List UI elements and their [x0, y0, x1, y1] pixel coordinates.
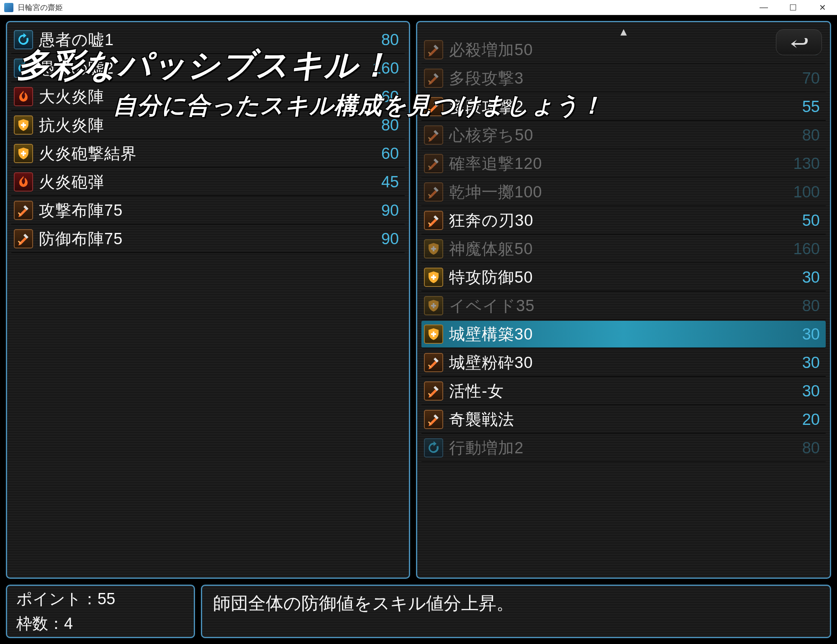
skill-name: 抗火炎陣 — [39, 115, 381, 136]
slots-row: 枠数：4 — [16, 613, 185, 634]
back-arrow-icon — [788, 34, 810, 51]
skill-row[interactable]: 多段攻撃255 — [421, 93, 826, 121]
skill-row[interactable]: 火炎砲撃結界60 — [11, 140, 405, 168]
skill-name: 神魔体躯50 — [449, 238, 793, 260]
skill-row[interactable]: 攻撃布陣7590 — [11, 197, 405, 225]
shield-icon — [14, 115, 33, 135]
sword-icon — [424, 353, 443, 372]
skill-name: 心核穿ち50 — [449, 125, 802, 146]
shield-icon — [424, 296, 443, 315]
cycle-icon — [14, 30, 33, 49]
skill-cost: 30 — [802, 382, 820, 400]
skill-cost: 20 — [802, 411, 820, 429]
shield-icon — [424, 325, 443, 344]
cycle-icon — [14, 59, 33, 78]
skill-row[interactable]: 狂奔の刃3050 — [421, 207, 826, 235]
skill-row[interactable]: 心核穿ち5080 — [421, 122, 826, 149]
skill-row[interactable]: 必殺増加5060 — [421, 36, 826, 64]
skill-name: 愚者の嘘1 — [39, 29, 381, 51]
skill-row[interactable]: 乾坤一擲100100 — [421, 179, 826, 206]
skill-row[interactable]: 愚者の嘘180 — [11, 26, 405, 54]
points-row: ポイント：55 — [16, 588, 185, 610]
skill-row[interactable]: 愚者の嘘2160 — [11, 55, 405, 82]
fire-icon — [14, 172, 33, 192]
skill-row[interactable]: 多段攻撃370 — [421, 65, 826, 92]
skill-row[interactable]: 活性-女30 — [421, 378, 826, 405]
skill-description: 師団全体の防御値をスキル値分上昇。 — [213, 592, 514, 615]
skill-cost: 160 — [793, 240, 820, 258]
skill-cost: 80 — [802, 297, 820, 315]
equipped-skills-panel: 愚者の嘘180愚者の嘘2160大火炎陣60抗火炎陣80火炎砲撃結界60火炎砲弾4… — [6, 21, 410, 579]
skill-name: 城壁構築30 — [449, 324, 802, 345]
skill-cost: 80 — [802, 126, 820, 144]
skill-cost: 60 — [381, 145, 399, 163]
skill-name: 奇襲戦法 — [449, 409, 802, 430]
sword-icon — [424, 182, 443, 202]
shield-icon — [424, 239, 443, 258]
slots-value: 4 — [64, 615, 73, 632]
app-icon — [4, 3, 13, 12]
skill-name: 必殺増加50 — [449, 39, 802, 61]
skill-cost: 160 — [372, 59, 399, 77]
skill-name: 乾坤一擲100 — [449, 181, 793, 203]
skill-row[interactable]: 抗火炎陣80 — [11, 112, 405, 139]
cycle-icon — [424, 438, 443, 457]
skill-name: 城壁粉砕30 — [449, 352, 802, 373]
skill-name: 狂奔の刃30 — [449, 210, 802, 231]
available-skills-list: 必殺増加5060多段攻撃370多段攻撃255心核穿ち5080確率追撃120130… — [421, 36, 826, 462]
skill-name: 確率追撃120 — [449, 153, 793, 174]
points-value: 55 — [98, 590, 115, 608]
skill-name: 特攻防御50 — [449, 267, 802, 288]
skill-cost: 30 — [802, 325, 820, 343]
skill-row[interactable]: 大火炎陣60 — [11, 83, 405, 111]
points-label: ポイント： — [16, 590, 98, 608]
status-panel: ポイント：55 枠数：4 — [6, 585, 195, 638]
fire-icon — [14, 87, 33, 106]
skill-cost: 80 — [381, 116, 399, 134]
skill-row[interactable]: 確率追撃120130 — [421, 150, 826, 178]
sword-icon — [424, 125, 443, 145]
skill-cost: 60 — [381, 88, 399, 106]
skill-cost: 80 — [802, 439, 820, 457]
skill-name: 火炎砲弾 — [39, 171, 381, 193]
sword-icon — [424, 97, 443, 116]
slots-label: 枠数： — [16, 615, 64, 632]
skill-row[interactable]: 防御布陣7590 — [11, 225, 405, 253]
sword-icon — [424, 40, 443, 59]
equipped-skills-list: 愚者の嘘180愚者の嘘2160大火炎陣60抗火炎陣80火炎砲撃結界60火炎砲弾4… — [11, 26, 405, 253]
skill-name: 活性-女 — [449, 381, 802, 402]
skill-cost: 50 — [802, 212, 820, 230]
back-button[interactable] — [776, 29, 822, 55]
sword-icon — [424, 154, 443, 173]
app-window: 日輪宮の齋姫 — ☐ ✕ 多彩なパッシブスキル！ 自分に合ったスキル構成を見つけ… — [0, 0, 837, 644]
skill-name: 火炎砲撃結界 — [39, 143, 381, 164]
sword-icon — [14, 201, 33, 220]
skill-name: 愚者の嘘2 — [39, 58, 372, 79]
skill-cost: 90 — [381, 202, 399, 220]
shield-icon — [424, 268, 443, 287]
skill-row[interactable]: 神魔体躯50160 — [421, 235, 826, 263]
skill-cost: 130 — [793, 155, 820, 173]
game-area: 多彩なパッシブスキル！ 自分に合ったスキル構成を見つけましょう！ 愚者の嘘180… — [0, 15, 837, 644]
sword-icon — [14, 229, 33, 248]
sword-icon — [424, 69, 443, 88]
skill-cost: 70 — [802, 69, 820, 87]
skill-cost: 55 — [802, 98, 820, 116]
skill-cost: 30 — [802, 268, 820, 286]
skill-row[interactable]: 火炎砲弾45 — [11, 169, 405, 196]
skill-cost: 100 — [793, 183, 820, 201]
window-title: 日輪宮の齋姫 — [18, 3, 749, 13]
sword-icon — [424, 381, 443, 401]
skill-row[interactable]: 城壁粉砕3030 — [421, 349, 826, 377]
maximize-button[interactable]: ☐ — [778, 0, 808, 15]
close-button[interactable]: ✕ — [808, 0, 837, 15]
skill-name: 大火炎陣 — [39, 86, 381, 107]
skill-cost: 30 — [802, 354, 820, 372]
skill-name: イベイド35 — [449, 295, 802, 317]
skill-row[interactable]: 城壁構築3030 — [421, 321, 826, 348]
skill-row[interactable]: イベイド3580 — [421, 292, 826, 320]
skill-row[interactable]: 特攻防御5030 — [421, 264, 826, 291]
minimize-button[interactable]: — — [749, 0, 778, 15]
skill-row[interactable]: 行動増加280 — [421, 434, 826, 462]
skill-row[interactable]: 奇襲戦法20 — [421, 406, 826, 434]
